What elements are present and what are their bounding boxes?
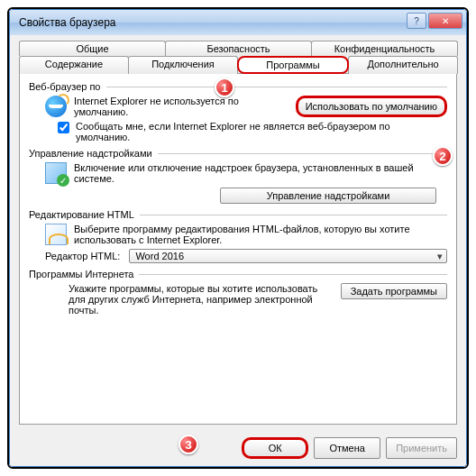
group-browser-title: Веб-браузер по (29, 81, 101, 92)
dialog-buttons: ОК Отмена Применить (10, 430, 466, 466)
tab-general[interactable]: Общие (19, 41, 166, 56)
notify-checkbox-input[interactable] (58, 122, 69, 133)
addons-text: Включение или отключение надстроек брауз… (74, 162, 447, 184)
html-editor-label: Редактор HTML: (45, 251, 120, 261)
group-addons: Управление надстройками Включение или от… (29, 148, 447, 204)
group-html-title: Редактирование HTML (29, 209, 134, 220)
group-programs-title: Программы Интернета (29, 269, 133, 279)
group-html: Редактирование HTML Выберите программу р… (29, 209, 447, 263)
annotation-badge-3: 3 (178, 435, 198, 454)
ie-icon (45, 96, 67, 117)
annotation-badge-1: 1 (215, 78, 234, 97)
window-title: Свойства браузера (19, 16, 116, 29)
programs-text: Укажите программы, которые вы хотите исп… (69, 283, 332, 316)
dialog-window: Свойства браузера ? ✕ Общие Безопасность… (9, 9, 467, 467)
tab-programs[interactable]: Программы (237, 56, 349, 74)
group-browser: Веб-браузер по Internet Explorer не испо… (29, 81, 447, 142)
set-programs-button[interactable]: Задать программы (341, 283, 447, 299)
tab-connections[interactable]: Подключения (128, 56, 238, 74)
tab-advanced[interactable]: Дополнительно (348, 56, 458, 74)
notify-checkbox[interactable]: Сообщать мне, если Internet Explorer не … (29, 121, 447, 142)
tab-content[interactable]: Содержание (19, 56, 129, 74)
group-programs: Программы Интернета Укажите программы, к… (29, 269, 447, 316)
manage-addons-button[interactable]: Управление надстройками (220, 188, 436, 204)
content-area: Общие Безопасность Конфиденциальность Со… (10, 35, 466, 430)
tab-pane: Веб-браузер по Internet Explorer не испо… (19, 73, 457, 425)
apply-button[interactable]: Применить (386, 437, 457, 459)
tab-security[interactable]: Безопасность (165, 41, 312, 56)
tab-privacy[interactable]: Конфиденциальность (311, 41, 458, 56)
html-editor-select[interactable]: Word 2016 (129, 249, 447, 263)
help-button[interactable]: ? (407, 13, 426, 29)
make-default-button[interactable]: Использовать по умолчанию (296, 96, 447, 117)
title-bar: Свойства браузера ? ✕ (10, 10, 466, 35)
cancel-button[interactable]: Отмена (314, 437, 380, 459)
annotation-badge-2: 2 (433, 146, 453, 166)
close-button[interactable]: ✕ (428, 13, 462, 29)
ok-button[interactable]: ОК (242, 437, 308, 459)
notify-checkbox-label: Сообщать мне, если Internet Explorer не … (76, 121, 447, 142)
group-addons-title: Управление надстройками (29, 148, 152, 159)
html-editor-icon (45, 224, 67, 245)
html-editor-text: Выберите программу редактирования HTML-ф… (74, 224, 447, 245)
default-browser-text: Internet Explorer не используется по умо… (74, 96, 288, 117)
addons-icon (45, 162, 67, 184)
